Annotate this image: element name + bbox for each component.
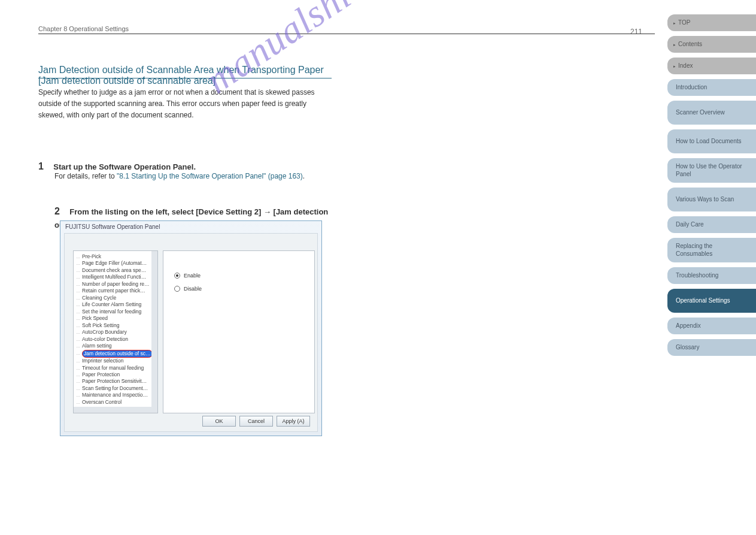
sidebar-tab-index[interactable]: ▸Index [667,58,756,74]
section-underline [38,78,332,78]
sidebar-nav: ▸TOP▸Contents▸IndexIntroductionScanner O… [667,14,756,361]
sidebar-tab[interactable]: Appendix [667,318,756,334]
sidebar-tab-top[interactable]: ▸TOP [667,14,756,31]
dialog-button-row: OK Cancel Apply (A) [202,416,310,427]
tree-item[interactable]: AutoCrop Boundary [82,329,156,335]
cancel-button[interactable]: Cancel [239,416,273,427]
dialog-screenshot: FUJITSU Software Operation Panel Pre-Pic… [60,220,322,436]
dialog-title: FUJITSU Software Operation Panel [65,223,160,230]
radio-disable-row[interactable]: Disable [174,286,202,292]
tree-item[interactable]: Auto-color Detection [82,336,156,343]
step-1-detail: For details, refer to "8.1 Starting Up t… [54,171,336,182]
page-number: 211 [630,28,642,36]
tree-item[interactable]: Retain current paper thick… [82,288,156,294]
tree-item[interactable]: Document check area spe… [82,267,156,274]
sidebar-tab[interactable]: Scanner Overview [667,101,756,125]
radio-disable[interactable] [174,286,180,292]
tree-scrollbar-horizontal[interactable] [74,407,157,413]
tree-item[interactable]: Scan Setting for Document… [82,385,156,392]
tree-scrollbar-vertical[interactable] [151,251,157,413]
tree-item[interactable]: Cleaning Cycle [82,295,156,301]
step-number: 1 [38,159,51,174]
sidebar-tab[interactable]: Glossary [667,339,756,356]
radio-enable-row[interactable]: Enable [174,273,201,279]
sidebar-tab[interactable]: Daily Care [667,216,756,233]
section-title: Jam Detection outside of Scannable Area … [38,65,332,86]
sidebar-tab[interactable]: Operational Settings [667,289,756,313]
tree-item[interactable]: Life Counter Alarm Setting [82,301,156,308]
step-1-detail-prefix: For details, refer to [54,172,117,180]
tree-item[interactable]: Pre-Pick [82,253,156,260]
tree-item[interactable]: Imprinter selection [82,358,156,364]
step-1-text: Start up the Software Operation Panel. [53,162,196,171]
step-number: 2 [54,204,68,219]
tree-item[interactable]: Set the interval for feeding [82,309,156,315]
tree-item[interactable]: Pick Speed [82,315,156,322]
tree-item[interactable]: Alarm setting [82,343,156,349]
sidebar-tab[interactable]: Various Ways to Scan [667,188,756,211]
sidebar-tab[interactable]: Troubleshooting [667,267,756,284]
chevron-right-icon: ▸ [673,21,676,25]
chevron-right-icon: ▸ [673,43,676,47]
header-rule [38,34,655,34]
tree-item[interactable]: Paper Protection Sensitivit… [82,378,156,385]
sidebar-tab-contents[interactable]: ▸Contents [667,36,756,53]
tree-item[interactable]: Page Edge Filler (Automat… [82,260,156,267]
sidebar-tab[interactable]: How to Load Documents [667,129,756,153]
intro-paragraph: Specify whether to judge as a jam error … [38,87,332,122]
apply-button[interactable]: Apply (A) [277,416,310,427]
ok-button[interactable]: OK [202,416,236,427]
step-1-link[interactable]: "8.1 Starting Up the Software Operation … [117,172,303,180]
settings-right-pane: Enable Disable [163,250,315,413]
settings-tree[interactable]: Pre-PickPage Edge Filler (Automat…Docume… [73,250,158,413]
tree-item[interactable]: Overscan Control [82,399,156,406]
tree-item[interactable]: Timeout for manual feeding [82,365,156,371]
tree-item[interactable]: Maintenance and Inspectio… [82,392,156,398]
radio-enable[interactable] [174,273,180,279]
step-1-detail-suffix: . [303,172,305,180]
chapter-heading: Chapter 8 Operational Settings [38,25,129,32]
radio-enable-label: Enable [184,273,201,279]
tree-item[interactable]: Soft Pick Setting [82,322,156,329]
sidebar-tab[interactable]: Introduction [667,79,756,96]
sidebar-tab[interactable]: How to Use the Operator Panel [667,158,756,183]
tree-item[interactable]: Paper Protection [82,371,156,378]
radio-disable-label: Disable [184,286,202,292]
tree-item-selected[interactable]: Jam detection outside of sc… [82,350,156,358]
sidebar-tab[interactable]: Replacing the Consumables [667,238,756,262]
chevron-right-icon: ▸ [673,64,676,68]
dialog-body: Pre-PickPage Edge Filler (Automat…Docume… [64,233,318,432]
tree-item[interactable]: Intelligent Multifeed Functi… [82,274,156,280]
tree-item[interactable]: Number of paper feeding re… [82,281,156,288]
